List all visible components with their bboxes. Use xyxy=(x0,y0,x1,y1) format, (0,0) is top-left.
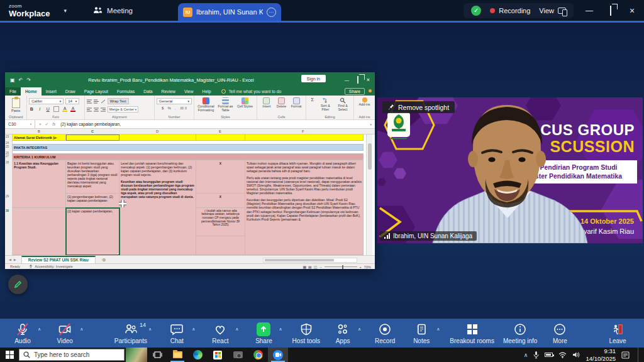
zoom-slider[interactable] xyxy=(325,266,357,267)
orientation-icon[interactable] xyxy=(101,99,106,104)
tray-mic-icon[interactable] xyxy=(533,351,539,359)
sheet-nav-left-icon[interactable]: ◀ xyxy=(9,258,11,261)
chat-button[interactable]: Chat xyxy=(163,322,191,344)
excel-restore-button[interactable] xyxy=(352,77,363,83)
vertical-scrollbar[interactable] xyxy=(366,134,372,255)
excel-close-button[interactable]: × xyxy=(363,77,374,83)
edge-button[interactable] xyxy=(187,348,208,362)
tell-me-box[interactable]: Tell me what you want to do xyxy=(221,89,281,94)
horizontal-scrollbar[interactable] xyxy=(263,258,357,263)
menu-formulas[interactable]: Formulas xyxy=(113,87,139,96)
show-desktop-button[interactable] xyxy=(638,348,640,362)
menu-insert[interactable]: Insert xyxy=(42,87,61,96)
audio-caret-icon[interactable]: ∧ xyxy=(38,327,41,332)
redo-icon[interactable]: ↷ xyxy=(26,77,31,83)
more-button[interactable]: More xyxy=(546,322,574,344)
horizontal-scrollbar-thumb[interactable] xyxy=(265,259,334,261)
clock[interactable]: 9:31 14/10/2025 xyxy=(586,348,616,362)
enter-icon[interactable]: ✓ xyxy=(45,122,48,127)
col-header-c[interactable]: C xyxy=(91,129,94,133)
col-header-e[interactable]: E xyxy=(219,129,221,133)
accessibility-status[interactable]: Accessibility: Investigate xyxy=(29,265,73,268)
leave-button[interactable]: Leave xyxy=(604,322,631,344)
sign-in-button[interactable]: Sign in xyxy=(301,75,326,82)
tray-expand-icon[interactable]: ∧ xyxy=(524,352,528,358)
fill-handle[interactable] xyxy=(118,253,119,255)
recording-indicator[interactable]: Recording xyxy=(490,7,530,14)
share-button[interactable]: Share xyxy=(250,322,277,344)
zoom-percent[interactable]: 70% xyxy=(364,265,371,269)
align-left-icon[interactable] xyxy=(87,107,92,112)
zoom-out-icon[interactable]: – xyxy=(319,265,321,269)
sort-filter-button[interactable]: Sort & Filter xyxy=(316,97,334,114)
underline-button[interactable]: U xyxy=(45,107,50,111)
number-format-combo[interactable]: General▾ xyxy=(157,98,192,104)
cell-e-note[interactable]: √ (sudah ada namun ada beberapa catatan,… xyxy=(196,208,245,236)
wifi-icon[interactable] xyxy=(558,352,567,358)
record-button[interactable]: Record xyxy=(371,322,399,344)
font-size-combo[interactable]: 14▾ xyxy=(65,98,79,104)
notification-icon[interactable] xyxy=(621,351,630,359)
row-header[interactable]: 28 xyxy=(6,161,9,164)
cell-pakta[interactable]: PAKTA INTEGRITAS xyxy=(13,145,364,151)
cancel-icon[interactable]: × xyxy=(39,122,42,126)
react-caret-icon[interactable]: ∧ xyxy=(235,327,238,332)
find-select-button[interactable]: Find & Select xyxy=(334,97,352,114)
col-header-f[interactable]: F xyxy=(302,129,304,133)
cell-email-f[interactable] xyxy=(245,134,364,141)
wrap-text-button[interactable]: Wrap Text xyxy=(108,98,129,104)
normal-view-icon[interactable]: ▦ xyxy=(303,265,306,269)
chat-caret-icon[interactable]: ∧ xyxy=(192,327,195,332)
breakout-rooms-button[interactable]: Breakout rooms xyxy=(450,322,494,344)
minimize-button[interactable]: — xyxy=(584,6,595,15)
row-header[interactable]: 27 xyxy=(6,155,9,158)
cell-f-main[interactable]: Tulisan mohon supaya dibaca lebih nyaman… xyxy=(245,160,364,255)
maximize-button[interactable] xyxy=(605,6,616,15)
addins-button[interactable]: Add-ins xyxy=(356,97,373,107)
decimal-buttons[interactable]: .00 .0 xyxy=(179,107,187,110)
taskbar-search-input[interactable]: Type here to search xyxy=(19,349,125,361)
menu-data[interactable]: Data xyxy=(139,87,157,96)
participants-button[interactable]: Participants 14 xyxy=(114,322,147,344)
undo-icon[interactable]: ↶ xyxy=(19,77,23,83)
borders-button[interactable] xyxy=(53,106,59,112)
video-caret-icon[interactable]: ∧ xyxy=(80,327,83,332)
cell-email-label[interactable]: Alamat Surat Elektronik (e-mail) xyxy=(13,134,66,141)
comma-button[interactable]: , xyxy=(175,106,176,110)
encryption-shield-icon[interactable]: ✓ xyxy=(471,6,481,16)
meeting-info-button[interactable]: Meeting info xyxy=(503,322,537,344)
autosum-button[interactable]: Σ xyxy=(308,97,316,114)
speaker-icon[interactable] xyxy=(572,351,580,358)
chrome-button[interactable] xyxy=(248,348,268,362)
cell-c-desc[interactable]: Bagian ini berisi keunggulan atau keunik… xyxy=(66,160,119,194)
camera-button[interactable] xyxy=(228,348,248,362)
cell-kriteria[interactable]: KRITERIA 1 KURIKULUM xyxy=(13,154,364,160)
row-header[interactable]: 23 xyxy=(6,135,9,138)
delete-cells-button[interactable]: Delete xyxy=(274,97,289,114)
cell-email-d[interactable] xyxy=(119,134,196,141)
news-widget-thumbnail[interactable] xyxy=(126,348,147,362)
font-name-combo[interactable]: Calibri▾ xyxy=(29,98,64,104)
workspace-chevron-icon[interactable]: ▾ xyxy=(64,8,67,14)
bold-button[interactable]: B xyxy=(29,107,34,111)
row-header[interactable]: 30 xyxy=(6,209,9,212)
menu-page-layout[interactable]: Page Layout xyxy=(80,87,113,96)
new-sheet-icon[interactable]: ⊕ xyxy=(102,257,106,263)
sheet-nav-right-icon[interactable]: ▶ xyxy=(14,258,16,261)
react-button[interactable]: React xyxy=(206,322,234,344)
cell-email-c[interactable] xyxy=(66,134,119,141)
font-color-button[interactable]: A xyxy=(70,106,75,112)
zoom-app-button[interactable] xyxy=(268,348,288,362)
currency-button[interactable]: $ xyxy=(162,106,164,110)
name-box[interactable]: C30 ▾ xyxy=(5,120,35,128)
menu-help[interactable]: Help xyxy=(197,87,215,96)
annotate-button[interactable] xyxy=(8,275,28,294)
task-view-button[interactable] xyxy=(147,348,167,362)
view-button[interactable]: View xyxy=(539,7,566,14)
percent-button[interactable]: % xyxy=(167,106,170,110)
merge-center-button[interactable]: Merge & Center ▾ xyxy=(108,106,138,112)
battery-icon[interactable] xyxy=(545,353,553,357)
format-cells-button[interactable]: Format xyxy=(289,97,304,114)
participants-caret-icon[interactable]: ∧ xyxy=(148,327,152,332)
align-center-icon[interactable] xyxy=(94,107,99,112)
